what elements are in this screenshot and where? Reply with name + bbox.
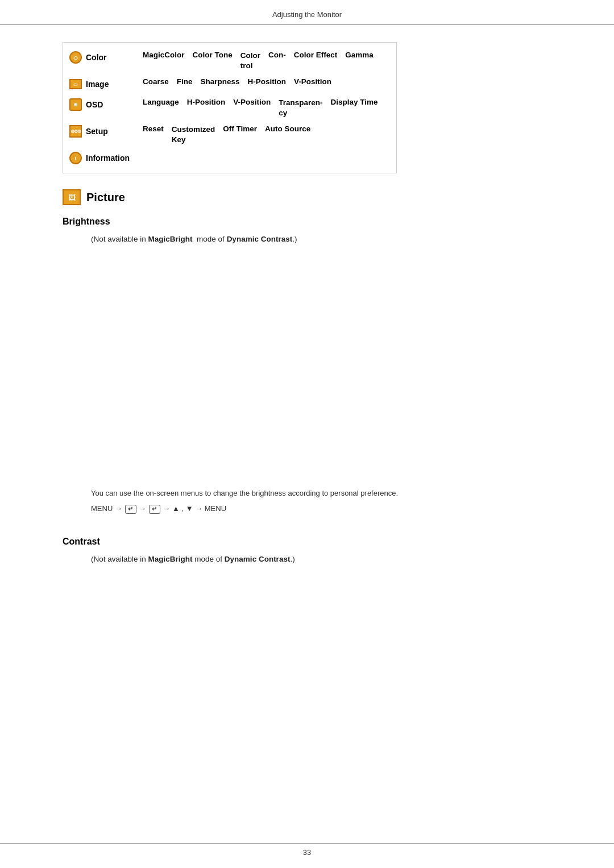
menu-table: ◇ Color MagicColor Color Tone Color trol… [63, 42, 397, 173]
nav-enter-icon: ↵ [125, 505, 136, 514]
menu-item: MagicColor [143, 48, 193, 61]
contrast-section: Contrast (Not available in MagicBright m… [63, 537, 551, 718]
menu-item: Fine [177, 75, 201, 88]
image-icon: ▭ [69, 77, 82, 91]
menu-category-color: ◇ Color [69, 48, 143, 67]
menu-row-setup: ⚙⚙⚙ Setup Reset Customized Key Off Timer… [69, 122, 386, 147]
page-header: Adjusting the Monitor [0, 0, 614, 25]
menu-items-setup: Reset Customized Key Off Timer Auto Sour… [143, 122, 318, 147]
menu-item: Coarse [143, 75, 177, 88]
menu-item: V-Position [294, 75, 339, 88]
menu-items-color: MagicColor Color Tone Color trol Con- Co… [143, 48, 381, 73]
setup-icon: ⚙⚙⚙ [69, 124, 82, 138]
menu-category-image: ▭ Image [69, 75, 143, 93]
menu-item: Auto Source [265, 122, 318, 135]
brightness-nav: MENU → ↵ → ↵ → ▲ , ▼ → MENU [63, 504, 551, 514]
information-icon: i [69, 151, 82, 165]
menu-item: V-Position [233, 95, 279, 109]
menu-items-image: Coarse Fine Sharpness H-Position V-Posit… [143, 75, 339, 88]
menu-item: Color Effect [294, 48, 346, 61]
menu-item: Sharpness [201, 75, 248, 88]
nav-enter-icon2: ↵ [149, 505, 160, 514]
menu-item: Language [143, 95, 187, 109]
brightness-section: Brightness (Not available in MagicBright… [63, 217, 551, 514]
menu-row-information: i Information [69, 149, 386, 167]
menu-items-osd: Language H-Position V-Position Transpare… [143, 95, 386, 120]
menu-item: Customized Key [172, 122, 223, 147]
menu-item: Reset [143, 122, 172, 135]
menu-item: Transparen- cy [279, 95, 330, 120]
menu-item: H-Position [248, 75, 294, 88]
menu-item: Gamma [345, 48, 381, 61]
menu-category-osd: ⊕ OSD [69, 95, 143, 114]
menu-item: Con- [268, 48, 294, 61]
menu-row-osd: ⊕ OSD Language H-Position V-Position Tra… [69, 95, 386, 120]
brightness-heading: Brightness [63, 217, 551, 227]
menu-category-setup: ⚙⚙⚙ Setup [69, 122, 143, 140]
contrast-heading: Contrast [63, 537, 551, 547]
menu-item: Display Time [331, 95, 386, 109]
menu-item: Off Timer [223, 122, 265, 135]
picture-icon: 🖼 [63, 189, 81, 205]
brightness-description: You can use the on-screen menus to chang… [63, 489, 551, 497]
brightness-note: (Not available in MagicBright mode of Dy… [63, 235, 551, 243]
menu-item: Color Tone [193, 48, 240, 61]
menu-row-color: ◇ Color MagicColor Color Tone Color trol… [69, 48, 386, 73]
page-footer: 33 [0, 843, 614, 857]
picture-section: 🖼 Picture Brightness (Not available in M… [63, 189, 551, 718]
menu-category-information: i Information [69, 149, 143, 167]
contrast-note: (Not available in MagicBright mode of Dy… [63, 555, 551, 563]
picture-heading-text: Picture [86, 191, 125, 204]
contrast-image-area [63, 570, 551, 718]
brightness-image-area [63, 250, 551, 489]
osd-icon: ⊕ [69, 98, 82, 111]
menu-item: H-Position [187, 95, 234, 109]
color-icon: ◇ [69, 51, 82, 64]
menu-item: Color trol [240, 48, 268, 73]
picture-heading: 🖼 Picture [63, 189, 551, 205]
menu-row-image: ▭ Image Coarse Fine Sharpness H-Position… [69, 75, 386, 93]
